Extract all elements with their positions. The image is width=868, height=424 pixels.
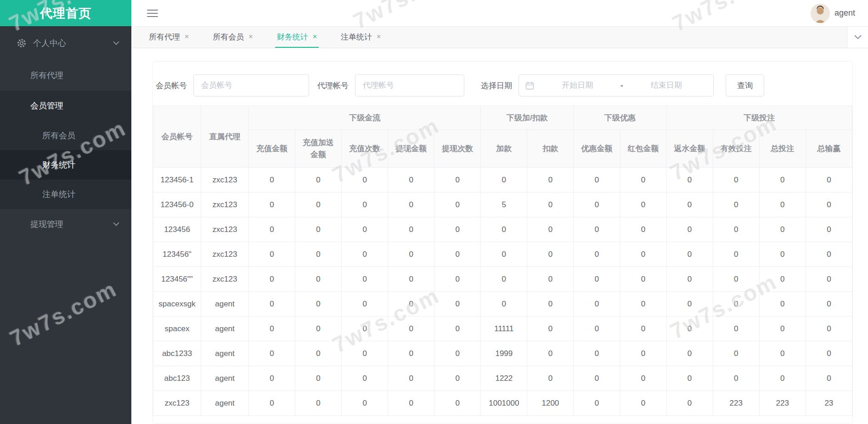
- end-date-input[interactable]: [626, 81, 707, 90]
- table-cell: 0: [527, 341, 574, 366]
- member-account-label: 会员帐号: [156, 80, 187, 91]
- app-logo: 代理首页: [0, 0, 131, 26]
- table-cell: 0: [527, 192, 574, 217]
- table-cell: 0: [295, 192, 342, 217]
- table-row: 123456-0zxc1230000050000000: [153, 192, 852, 217]
- table-cell: 0: [388, 242, 434, 267]
- table-cell: 0: [434, 267, 481, 292]
- table-cell: 0: [713, 366, 759, 391]
- table-cell: 0: [434, 366, 481, 391]
- table-cell: 0: [666, 317, 713, 341]
- date-range-picker[interactable]: -: [519, 74, 714, 96]
- table-cell: 0: [806, 267, 852, 292]
- table-cell: 0: [620, 366, 666, 391]
- table-cell: 0: [295, 317, 342, 341]
- sidebar-item-label: 个人中心: [33, 38, 66, 49]
- column-header: 优惠金额: [574, 130, 620, 168]
- column-group-header: 下级金流: [249, 106, 481, 130]
- start-date-input[interactable]: [537, 81, 618, 90]
- table-cell: zxc123: [201, 168, 249, 192]
- date-range-separator: -: [618, 81, 626, 90]
- table-cell: 0: [713, 341, 759, 366]
- table-cell: 0: [527, 217, 574, 242]
- column-group-header: 下级加/扣款: [481, 106, 574, 130]
- table-cell: 0: [342, 341, 388, 366]
- close-icon[interactable]: ×: [248, 33, 253, 41]
- table-cell: 0: [527, 292, 574, 317]
- calendar-icon: [525, 81, 534, 90]
- sidebar-item-all-agents[interactable]: 所有代理: [0, 60, 131, 90]
- search-button[interactable]: 查询: [726, 74, 764, 96]
- table-cell: 23: [806, 391, 852, 416]
- table-row: 123456-1zxc1230000000000000: [153, 168, 852, 192]
- table-cell: 0: [620, 267, 666, 292]
- table-cell: 0: [574, 242, 620, 267]
- table-cell: 0: [806, 192, 852, 217]
- user-avatar: [811, 4, 830, 23]
- sidebar-item-bet-stats[interactable]: 注单统计: [0, 180, 131, 209]
- table-cell: 0: [666, 391, 713, 416]
- tab-bet-stats[interactable]: 注单统计 ×: [339, 27, 383, 48]
- table-cell: 0: [620, 391, 666, 416]
- column-header: 有效投注: [713, 130, 759, 168]
- table-cell: 0: [249, 168, 295, 192]
- table-cell: 0: [295, 366, 342, 391]
- column-header: 红包金额: [620, 130, 666, 168]
- tab-all-agents[interactable]: 所有代理 ×: [147, 27, 191, 48]
- table-cell: 0: [295, 267, 342, 292]
- table-cell: agent: [201, 317, 249, 341]
- table-cell: 0: [666, 267, 713, 292]
- username: agent: [834, 8, 855, 18]
- tabs-dropdown-button[interactable]: [847, 27, 868, 48]
- table-cell: 0: [574, 267, 620, 292]
- tab-finance-stats[interactable]: 财务统计 ×: [275, 27, 319, 48]
- table-cell: 0: [759, 366, 806, 391]
- table-cell: 0: [759, 292, 806, 317]
- sidebar-item-label: 财务统计: [42, 159, 75, 170]
- tab-all-members[interactable]: 所有会员 ×: [211, 27, 254, 48]
- chevron-down-icon: [854, 33, 862, 41]
- table-cell: 0: [806, 317, 852, 341]
- sidebar-item-personal-center[interactable]: 个人中心: [0, 26, 131, 60]
- sidebar-item-withdrawal-management[interactable]: 提现管理: [0, 209, 131, 239]
- tab-label: 所有代理: [149, 32, 180, 42]
- table-cell: 0: [249, 317, 295, 341]
- table-row: abc1233agent0000019990000000: [153, 341, 852, 366]
- member-account-input[interactable]: [193, 74, 309, 96]
- table-cell: 0: [295, 242, 342, 267]
- table-cell: 0: [434, 292, 481, 317]
- table-cell: zxc123: [201, 217, 249, 242]
- tab-label: 财务统计: [277, 32, 308, 42]
- table-cell: 0: [574, 168, 620, 192]
- user-menu[interactable]: agent: [811, 4, 855, 23]
- column-header: 扣款: [527, 130, 574, 168]
- main-area: agent 所有代理 × 所有会员 × 财务统计 × 注单统计 ×: [131, 0, 868, 424]
- sidebar-item-all-members[interactable]: 所有会员: [0, 121, 131, 150]
- table-cell: 0: [713, 217, 759, 242]
- close-icon[interactable]: ×: [313, 33, 317, 41]
- table-cell: 0: [806, 292, 852, 317]
- table-cell: 0: [249, 292, 295, 317]
- table-cell: 0: [295, 391, 342, 416]
- column-header: 充值加送金额: [295, 130, 342, 168]
- table-cell: 0: [574, 341, 620, 366]
- table-cell: 0: [574, 192, 620, 217]
- table-cell: 0: [388, 192, 434, 217]
- table-cell: 0: [620, 317, 666, 341]
- sidebar-item-member-management[interactable]: 会员管理: [0, 90, 131, 121]
- hamburger-menu-icon[interactable]: [147, 7, 158, 19]
- table-cell: 0: [295, 217, 342, 242]
- table-cell: 0: [481, 217, 527, 242]
- table-cell: 0: [806, 366, 852, 391]
- table-cell: 0: [527, 317, 574, 341]
- close-icon[interactable]: ×: [377, 33, 381, 41]
- close-icon[interactable]: ×: [185, 33, 189, 41]
- agent-account-input[interactable]: [355, 74, 464, 96]
- table-cell: 0: [666, 168, 713, 192]
- sidebar-item-finance-stats[interactable]: 财务统计: [0, 150, 131, 180]
- gear-icon: [17, 38, 27, 48]
- column-header: 提现金额: [388, 130, 434, 168]
- page-content: 会员帐号 代理帐号 选择日期 - 查询 会员帐号直属代理下: [131, 48, 868, 424]
- table-cell: 0: [527, 242, 574, 267]
- table-cell: 0: [434, 242, 481, 267]
